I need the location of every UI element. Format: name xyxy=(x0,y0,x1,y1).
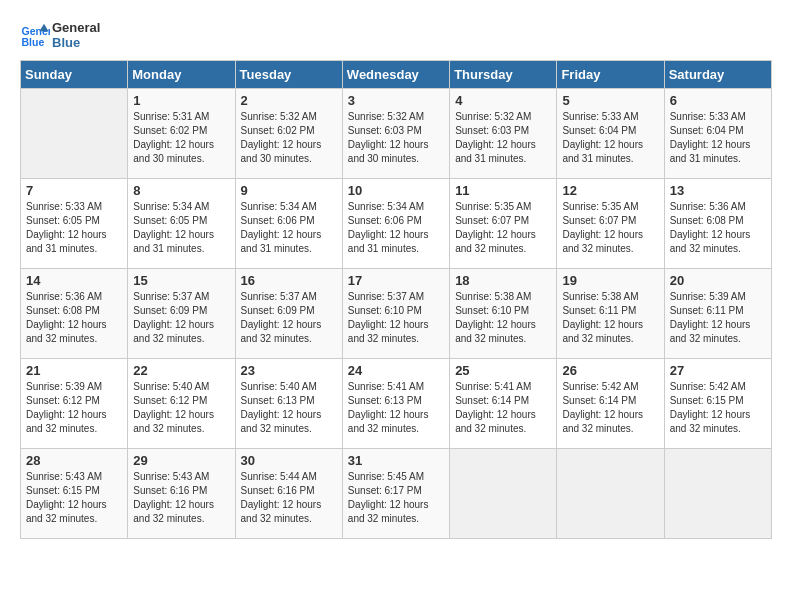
weekday-saturday: Saturday xyxy=(664,61,771,89)
weekday-tuesday: Tuesday xyxy=(235,61,342,89)
day-cell xyxy=(450,449,557,539)
day-cell: 23Sunrise: 5:40 AM Sunset: 6:13 PM Dayli… xyxy=(235,359,342,449)
weekday-monday: Monday xyxy=(128,61,235,89)
weekday-header-row: SundayMondayTuesdayWednesdayThursdayFrid… xyxy=(21,61,772,89)
weekday-wednesday: Wednesday xyxy=(342,61,449,89)
day-cell: 16Sunrise: 5:37 AM Sunset: 6:09 PM Dayli… xyxy=(235,269,342,359)
logo-icon: General Blue xyxy=(20,20,50,50)
day-cell xyxy=(664,449,771,539)
day-info: Sunrise: 5:39 AM Sunset: 6:12 PM Dayligh… xyxy=(26,380,122,436)
day-cell: 25Sunrise: 5:41 AM Sunset: 6:14 PM Dayli… xyxy=(450,359,557,449)
day-cell: 27Sunrise: 5:42 AM Sunset: 6:15 PM Dayli… xyxy=(664,359,771,449)
day-number: 21 xyxy=(26,363,122,378)
day-info: Sunrise: 5:34 AM Sunset: 6:06 PM Dayligh… xyxy=(241,200,337,256)
day-cell: 13Sunrise: 5:36 AM Sunset: 6:08 PM Dayli… xyxy=(664,179,771,269)
day-cell: 21Sunrise: 5:39 AM Sunset: 6:12 PM Dayli… xyxy=(21,359,128,449)
day-info: Sunrise: 5:45 AM Sunset: 6:17 PM Dayligh… xyxy=(348,470,444,526)
day-cell: 8Sunrise: 5:34 AM Sunset: 6:05 PM Daylig… xyxy=(128,179,235,269)
day-info: Sunrise: 5:40 AM Sunset: 6:12 PM Dayligh… xyxy=(133,380,229,436)
day-number: 31 xyxy=(348,453,444,468)
day-cell: 29Sunrise: 5:43 AM Sunset: 6:16 PM Dayli… xyxy=(128,449,235,539)
day-cell: 11Sunrise: 5:35 AM Sunset: 6:07 PM Dayli… xyxy=(450,179,557,269)
day-cell: 20Sunrise: 5:39 AM Sunset: 6:11 PM Dayli… xyxy=(664,269,771,359)
day-info: Sunrise: 5:33 AM Sunset: 6:05 PM Dayligh… xyxy=(26,200,122,256)
day-cell: 3Sunrise: 5:32 AM Sunset: 6:03 PM Daylig… xyxy=(342,89,449,179)
day-info: Sunrise: 5:42 AM Sunset: 6:15 PM Dayligh… xyxy=(670,380,766,436)
day-cell: 2Sunrise: 5:32 AM Sunset: 6:02 PM Daylig… xyxy=(235,89,342,179)
day-number: 28 xyxy=(26,453,122,468)
day-number: 19 xyxy=(562,273,658,288)
day-number: 23 xyxy=(241,363,337,378)
day-number: 15 xyxy=(133,273,229,288)
day-info: Sunrise: 5:35 AM Sunset: 6:07 PM Dayligh… xyxy=(455,200,551,256)
day-info: Sunrise: 5:38 AM Sunset: 6:11 PM Dayligh… xyxy=(562,290,658,346)
day-info: Sunrise: 5:40 AM Sunset: 6:13 PM Dayligh… xyxy=(241,380,337,436)
day-number: 29 xyxy=(133,453,229,468)
day-cell: 15Sunrise: 5:37 AM Sunset: 6:09 PM Dayli… xyxy=(128,269,235,359)
day-number: 8 xyxy=(133,183,229,198)
day-info: Sunrise: 5:44 AM Sunset: 6:16 PM Dayligh… xyxy=(241,470,337,526)
day-info: Sunrise: 5:34 AM Sunset: 6:06 PM Dayligh… xyxy=(348,200,444,256)
day-cell: 14Sunrise: 5:36 AM Sunset: 6:08 PM Dayli… xyxy=(21,269,128,359)
day-number: 4 xyxy=(455,93,551,108)
day-cell: 1Sunrise: 5:31 AM Sunset: 6:02 PM Daylig… xyxy=(128,89,235,179)
svg-text:Blue: Blue xyxy=(22,36,45,48)
day-number: 14 xyxy=(26,273,122,288)
day-cell: 30Sunrise: 5:44 AM Sunset: 6:16 PM Dayli… xyxy=(235,449,342,539)
day-cell: 7Sunrise: 5:33 AM Sunset: 6:05 PM Daylig… xyxy=(21,179,128,269)
day-number: 16 xyxy=(241,273,337,288)
day-info: Sunrise: 5:33 AM Sunset: 6:04 PM Dayligh… xyxy=(562,110,658,166)
day-info: Sunrise: 5:32 AM Sunset: 6:03 PM Dayligh… xyxy=(348,110,444,166)
day-number: 27 xyxy=(670,363,766,378)
day-info: Sunrise: 5:33 AM Sunset: 6:04 PM Dayligh… xyxy=(670,110,766,166)
weekday-sunday: Sunday xyxy=(21,61,128,89)
day-number: 5 xyxy=(562,93,658,108)
day-info: Sunrise: 5:32 AM Sunset: 6:02 PM Dayligh… xyxy=(241,110,337,166)
day-cell: 5Sunrise: 5:33 AM Sunset: 6:04 PM Daylig… xyxy=(557,89,664,179)
weekday-friday: Friday xyxy=(557,61,664,89)
week-row-3: 14Sunrise: 5:36 AM Sunset: 6:08 PM Dayli… xyxy=(21,269,772,359)
day-number: 2 xyxy=(241,93,337,108)
day-info: Sunrise: 5:35 AM Sunset: 6:07 PM Dayligh… xyxy=(562,200,658,256)
day-info: Sunrise: 5:43 AM Sunset: 6:16 PM Dayligh… xyxy=(133,470,229,526)
day-info: Sunrise: 5:38 AM Sunset: 6:10 PM Dayligh… xyxy=(455,290,551,346)
day-info: Sunrise: 5:36 AM Sunset: 6:08 PM Dayligh… xyxy=(670,200,766,256)
day-number: 10 xyxy=(348,183,444,198)
week-row-5: 28Sunrise: 5:43 AM Sunset: 6:15 PM Dayli… xyxy=(21,449,772,539)
day-number: 26 xyxy=(562,363,658,378)
week-row-1: 1Sunrise: 5:31 AM Sunset: 6:02 PM Daylig… xyxy=(21,89,772,179)
day-number: 3 xyxy=(348,93,444,108)
day-cell: 6Sunrise: 5:33 AM Sunset: 6:04 PM Daylig… xyxy=(664,89,771,179)
day-number: 22 xyxy=(133,363,229,378)
day-number: 13 xyxy=(670,183,766,198)
day-cell: 28Sunrise: 5:43 AM Sunset: 6:15 PM Dayli… xyxy=(21,449,128,539)
day-info: Sunrise: 5:37 AM Sunset: 6:09 PM Dayligh… xyxy=(241,290,337,346)
day-info: Sunrise: 5:32 AM Sunset: 6:03 PM Dayligh… xyxy=(455,110,551,166)
day-cell xyxy=(557,449,664,539)
day-cell: 4Sunrise: 5:32 AM Sunset: 6:03 PM Daylig… xyxy=(450,89,557,179)
page-header: General Blue General Blue xyxy=(20,20,772,50)
day-number: 6 xyxy=(670,93,766,108)
day-number: 1 xyxy=(133,93,229,108)
day-cell: 26Sunrise: 5:42 AM Sunset: 6:14 PM Dayli… xyxy=(557,359,664,449)
day-number: 7 xyxy=(26,183,122,198)
day-number: 9 xyxy=(241,183,337,198)
day-info: Sunrise: 5:34 AM Sunset: 6:05 PM Dayligh… xyxy=(133,200,229,256)
logo: General Blue General Blue xyxy=(20,20,100,50)
day-cell xyxy=(21,89,128,179)
day-cell: 19Sunrise: 5:38 AM Sunset: 6:11 PM Dayli… xyxy=(557,269,664,359)
day-cell: 18Sunrise: 5:38 AM Sunset: 6:10 PM Dayli… xyxy=(450,269,557,359)
day-number: 30 xyxy=(241,453,337,468)
day-number: 12 xyxy=(562,183,658,198)
day-info: Sunrise: 5:39 AM Sunset: 6:11 PM Dayligh… xyxy=(670,290,766,346)
calendar-table: SundayMondayTuesdayWednesdayThursdayFrid… xyxy=(20,60,772,539)
day-number: 17 xyxy=(348,273,444,288)
week-row-2: 7Sunrise: 5:33 AM Sunset: 6:05 PM Daylig… xyxy=(21,179,772,269)
day-number: 25 xyxy=(455,363,551,378)
day-cell: 31Sunrise: 5:45 AM Sunset: 6:17 PM Dayli… xyxy=(342,449,449,539)
calendar-body: 1Sunrise: 5:31 AM Sunset: 6:02 PM Daylig… xyxy=(21,89,772,539)
day-cell: 9Sunrise: 5:34 AM Sunset: 6:06 PM Daylig… xyxy=(235,179,342,269)
day-number: 24 xyxy=(348,363,444,378)
day-cell: 17Sunrise: 5:37 AM Sunset: 6:10 PM Dayli… xyxy=(342,269,449,359)
day-info: Sunrise: 5:36 AM Sunset: 6:08 PM Dayligh… xyxy=(26,290,122,346)
